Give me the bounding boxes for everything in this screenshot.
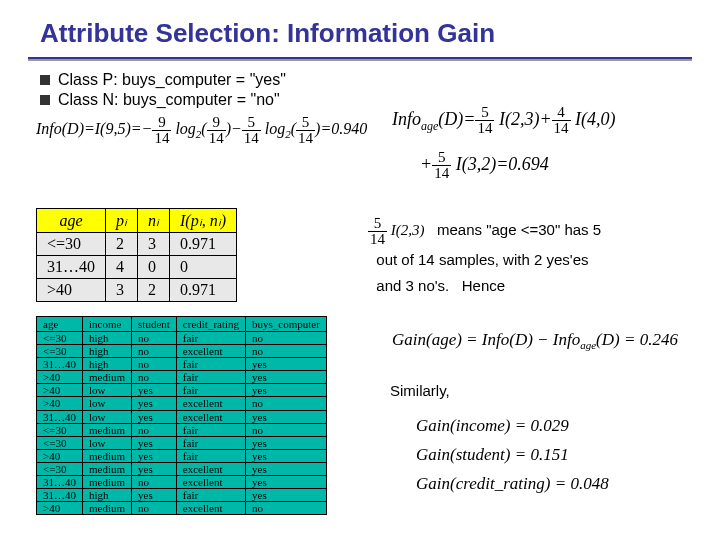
cell: no [246, 332, 327, 345]
bullet-item: Class P: buys_computer = "yes" [40, 71, 720, 89]
cell: medium [83, 462, 132, 475]
cell: yes [246, 462, 327, 475]
col-header: buys_computer [246, 317, 327, 332]
title-underline [28, 57, 692, 61]
cell: medium [83, 502, 132, 515]
cell: no [132, 502, 177, 515]
cell: >40 [37, 397, 83, 410]
cell: medium [83, 449, 132, 462]
cell: low [83, 397, 132, 410]
cell: yes [246, 436, 327, 449]
cell: yes [246, 410, 327, 423]
bullet-text: Class P: buys_computer = "yes" [58, 71, 286, 89]
cell: low [83, 384, 132, 397]
cell: fair [176, 384, 245, 397]
cell: excellent [176, 345, 245, 358]
cell: yes [246, 476, 327, 489]
cell: <=30 [37, 436, 83, 449]
cell: fair [176, 423, 245, 436]
cell: fair [176, 436, 245, 449]
explanation-text: 514 I(2,3) means "age <=30" has 5 out of… [368, 216, 601, 298]
slide-title: Attribute Selection: Information Gain [0, 0, 720, 57]
age-header: age [37, 209, 106, 233]
cell: 31…40 [37, 358, 83, 371]
cell: medium [83, 371, 132, 384]
similarly-label: Similarly, [390, 382, 450, 399]
cell: 31…40 [37, 256, 106, 279]
cell: no [132, 423, 177, 436]
cell: >40 [37, 371, 83, 384]
cell: yes [246, 371, 327, 384]
info-age-formula-line1: Infoage(D)=514 I(2,3)+414 I(4,0) [392, 105, 616, 136]
cell: 2 [106, 233, 138, 256]
cell: no [132, 371, 177, 384]
cell: <=30 [37, 345, 83, 358]
bullet-square-icon [40, 95, 50, 105]
col-header: income [83, 317, 132, 332]
cell: 31…40 [37, 489, 83, 502]
cell: no [132, 332, 177, 345]
cell: yes [132, 449, 177, 462]
pi-header: pᵢ [106, 209, 138, 233]
cell: yes [246, 489, 327, 502]
cell: <=30 [37, 332, 83, 345]
cell: fair [176, 489, 245, 502]
cell: >40 [37, 384, 83, 397]
cell: fair [176, 449, 245, 462]
gain-student: Gain(student) = 0.151 [416, 441, 609, 470]
cell: no [132, 358, 177, 371]
cell: no [132, 345, 177, 358]
cell: yes [132, 489, 177, 502]
cell: no [246, 502, 327, 515]
cell: excellent [176, 476, 245, 489]
bullet-list: Class P: buys_computer = "yes" Class N: … [0, 71, 720, 109]
col-header: age [37, 317, 83, 332]
age-summary-table: age pᵢ nᵢ I(pᵢ, nᵢ) <=30230.971 31…40400… [36, 208, 237, 302]
cell: high [83, 358, 132, 371]
cell: 31…40 [37, 410, 83, 423]
cell: yes [132, 384, 177, 397]
cell: >40 [37, 449, 83, 462]
info-d-formula: Info(D)=I(9,5)=−914 log2(914)−514 log2(5… [36, 115, 720, 146]
info-age-formula-line2: +514 I(3,2)=0.694 [420, 150, 549, 181]
cell: 0.971 [170, 233, 237, 256]
gain-credit: Gain(credit_rating) = 0.048 [416, 470, 609, 499]
cell: 0.971 [170, 279, 237, 302]
training-data-table: age income student credit_rating buys_co… [36, 316, 327, 515]
cell: excellent [176, 502, 245, 515]
cell: excellent [176, 397, 245, 410]
cell: yes [132, 462, 177, 475]
cell: medium [83, 476, 132, 489]
cell: <=30 [37, 423, 83, 436]
cell: no [246, 397, 327, 410]
cell: 3 [106, 279, 138, 302]
cell: no [246, 423, 327, 436]
bullet-square-icon [40, 75, 50, 85]
bullet-item: Class N: buys_computer = "no" [40, 91, 720, 109]
cell: high [83, 345, 132, 358]
cell: high [83, 332, 132, 345]
cell: fair [176, 358, 245, 371]
bullet-text: Class N: buys_computer = "no" [58, 91, 280, 109]
ipini-header: I(pᵢ, nᵢ) [170, 209, 237, 233]
cell: 3 [138, 233, 170, 256]
cell: no [132, 476, 177, 489]
cell: low [83, 410, 132, 423]
cell: fair [176, 332, 245, 345]
ni-header: nᵢ [138, 209, 170, 233]
cell: no [246, 345, 327, 358]
cell: medium [83, 423, 132, 436]
cell: yes [246, 358, 327, 371]
cell: fair [176, 371, 245, 384]
cell: 0 [138, 256, 170, 279]
gain-age-formula: Gain(age) = Info(D) − Infoage(D) = 0.246 [392, 330, 678, 351]
cell: 2 [138, 279, 170, 302]
cell: yes [246, 449, 327, 462]
cell: >40 [37, 279, 106, 302]
cell: >40 [37, 502, 83, 515]
cell: yes [132, 397, 177, 410]
cell: excellent [176, 410, 245, 423]
cell: 4 [106, 256, 138, 279]
cell: yes [132, 410, 177, 423]
cell: <=30 [37, 233, 106, 256]
